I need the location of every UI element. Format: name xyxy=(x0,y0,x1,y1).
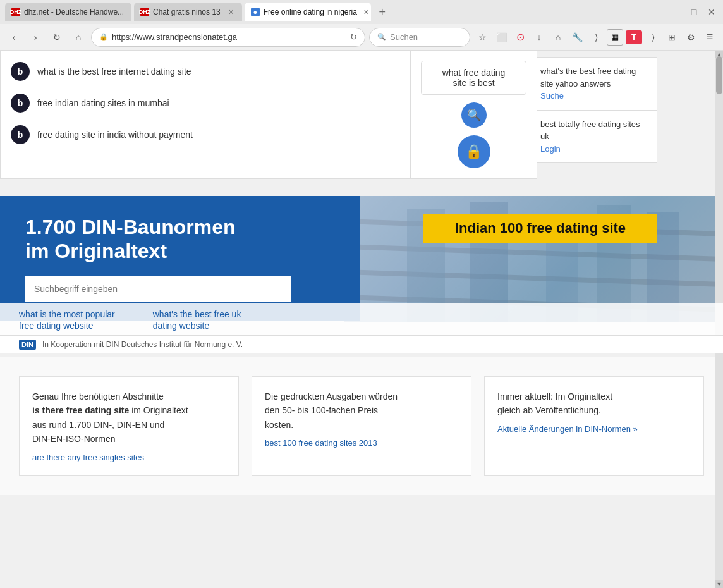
autocomplete-item-2[interactable]: b free indian dating sites in mumbai xyxy=(1,87,410,119)
autocomplete-text-2: free indian dating sites in mumbai xyxy=(37,98,169,108)
tab-label-dhz: dhz.net - Deutsche Handwe... xyxy=(24,8,124,16)
qr-icon[interactable]: ▦ xyxy=(607,29,623,46)
window-controls: — □ ✕ xyxy=(670,6,718,18)
fission-icon[interactable]: ⊞ xyxy=(664,29,680,46)
reload-button[interactable]: ↻ xyxy=(48,28,66,46)
maximize-button[interactable]: □ xyxy=(688,6,700,18)
cards-section: Genau Ihre benötigten Abschnitte is ther… xyxy=(0,357,723,495)
autocomplete-text-1: what is the best free internet dating si… xyxy=(37,66,191,77)
reload-icon[interactable]: ↻ xyxy=(350,32,357,42)
search-submit-button[interactable]: 🔍 xyxy=(461,102,487,128)
nav-bar: ‹ › ↻ ⌂ 🔒 https://www.strandpecnsionatet… xyxy=(0,24,723,51)
download-icon[interactable]: ↓ xyxy=(531,29,547,46)
autocomplete-item-1[interactable]: b what is the best free internet dating … xyxy=(1,56,410,87)
tab-close-dating[interactable]: ✕ xyxy=(363,8,369,16)
minimize-button[interactable]: — xyxy=(670,6,683,18)
site-search-input[interactable] xyxy=(25,276,291,302)
scroll-down-button[interactable]: ▼ xyxy=(715,580,723,588)
nav-icons: ☆ ⬜ ⊙ ↓ ⌂ 🔧 ⟩ ▦ T ⟩ ⊞ ⚙ ≡ xyxy=(474,29,718,46)
tab-favicon-chat: DHZ xyxy=(140,8,149,16)
page-content: b what is the best free internet dating … xyxy=(0,51,723,588)
website-area: 1.700 DIN-Baunormen im Originaltext Indi… xyxy=(0,196,723,588)
browser-frame: DHZ dhz.net - Deutsche Handwe... ✕ DHZ C… xyxy=(0,0,723,588)
card-2-link[interactable]: best 100 free dating sites 2013 xyxy=(265,438,377,448)
autocomplete-text-3: free dating site in india without paymen… xyxy=(37,130,193,140)
tab-favicon-dhz: DHZ xyxy=(11,8,20,16)
new-tab-button[interactable]: + xyxy=(374,3,391,21)
search-icon: 🔍 xyxy=(377,33,386,41)
reader-icon[interactable]: T xyxy=(626,30,642,44)
autocomplete-icon-2: b xyxy=(11,94,30,113)
autocomplete-right-panel: what free datingsite is best 🔍 🔒 xyxy=(411,51,537,179)
privacy-lock-icon: 🔒 xyxy=(458,135,490,168)
star-icon[interactable]: ☆ xyxy=(474,29,490,46)
suggestions-bar: what is the most popular free dating web… xyxy=(0,303,723,336)
address-text: https://www.strandpecnsionatet.ga xyxy=(112,32,346,42)
yellow-banner-text: Indian 100 free dating site xyxy=(455,220,626,236)
blue-heading: 1.700 DIN-Baunormen im Originaltext xyxy=(25,215,335,264)
tab-close-dhz[interactable]: ✕ xyxy=(130,8,131,16)
back-button[interactable]: ‹ xyxy=(5,28,23,46)
tab-favicon-dating: ● xyxy=(251,8,260,16)
extension-icon[interactable]: 🔧 xyxy=(569,29,585,46)
hamburger-menu[interactable]: ≡ xyxy=(702,29,718,46)
autocomplete-list: b what is the best free internet dating … xyxy=(0,51,411,179)
pocket-icon[interactable]: ⊙ xyxy=(512,29,528,46)
tab-close-chat[interactable]: ✕ xyxy=(227,8,236,16)
home2-icon[interactable]: ⌂ xyxy=(550,29,566,46)
home-button[interactable]: ⌂ xyxy=(70,28,87,46)
card-3-text: Immer aktuell: Im Originaltext gleich ab… xyxy=(497,389,691,418)
lock-icon: 🔒 xyxy=(99,33,108,41)
autocomplete-item-3[interactable]: b free dating site in india without paym… xyxy=(1,119,410,150)
tab-label-chat: Chat gratis niños 13 xyxy=(153,8,221,16)
autocomplete-dropdown: b what is the best free internet dating … xyxy=(0,51,723,179)
reader-arrow-icon[interactable]: ⟩ xyxy=(645,29,661,46)
card-3-link[interactable]: Aktuelle Änderungen in DIN-Normen » xyxy=(497,424,638,434)
tab-label-dating: Free online dating in nigeria xyxy=(264,8,357,16)
search-box[interactable]: 🔍 Suchen xyxy=(369,28,470,47)
din-text: In Kooperation mit DIN Deutsches Institu… xyxy=(42,340,243,349)
yellow-banner: Indian 100 free dating site xyxy=(423,214,657,243)
card-3: Immer aktuell: Im Originaltext gleich ab… xyxy=(484,376,704,476)
autocomplete-icon-1: b xyxy=(11,62,30,81)
tab-dhz[interactable]: DHZ dhz.net - Deutsche Handwe... ✕ xyxy=(5,3,131,21)
search-placeholder: Suchen xyxy=(390,32,418,42)
card-2: Die gedruckten Ausgaben würden den 50- b… xyxy=(252,376,471,476)
suggestion-link-1[interactable]: what is the most popular free dating web… xyxy=(19,309,115,331)
card-2-text: Die gedruckten Ausgaben würden den 50- b… xyxy=(265,389,458,432)
forward-button[interactable]: › xyxy=(27,28,44,46)
tab-chat[interactable]: DHZ Chat gratis niños 13 ✕ xyxy=(134,3,242,21)
card-1-bold: is there free dating site xyxy=(32,405,129,415)
nav-extra-icon[interactable]: ⟩ xyxy=(588,29,604,46)
din-logo: DIN xyxy=(19,340,36,350)
search-query-display: what free datingsite is best xyxy=(421,61,526,95)
title-bar: DHZ dhz.net - Deutsche Handwe... ✕ DHZ C… xyxy=(0,0,723,24)
suggestion-link-2[interactable]: what's the best free uk dating website xyxy=(153,309,241,331)
card-1-link[interactable]: are there any free singles sites xyxy=(32,453,144,462)
din-bar: DIN In Kooperation mit DIN Deutsches Ins… xyxy=(0,335,723,353)
close-button[interactable]: ✕ xyxy=(705,6,718,18)
search-submit-icon: 🔍 xyxy=(467,108,481,122)
address-bar[interactable]: 🔒 https://www.strandpecnsionatet.ga ↻ xyxy=(91,28,365,47)
card-1-text1: Genau Ihre benötigten Abschnitte is ther… xyxy=(32,389,226,446)
autocomplete-icon-3: b xyxy=(11,125,30,144)
card-1: Genau Ihre benötigten Abschnitte is ther… xyxy=(19,376,239,476)
tab-dating[interactable]: ● Free online dating in nigeria ✕ xyxy=(245,3,371,21)
dev-icon[interactable]: ⚙ xyxy=(683,29,699,46)
screenshot-icon[interactable]: ⬜ xyxy=(493,29,509,46)
blue-section: 1.700 DIN-Baunormen im Originaltext xyxy=(0,196,360,321)
